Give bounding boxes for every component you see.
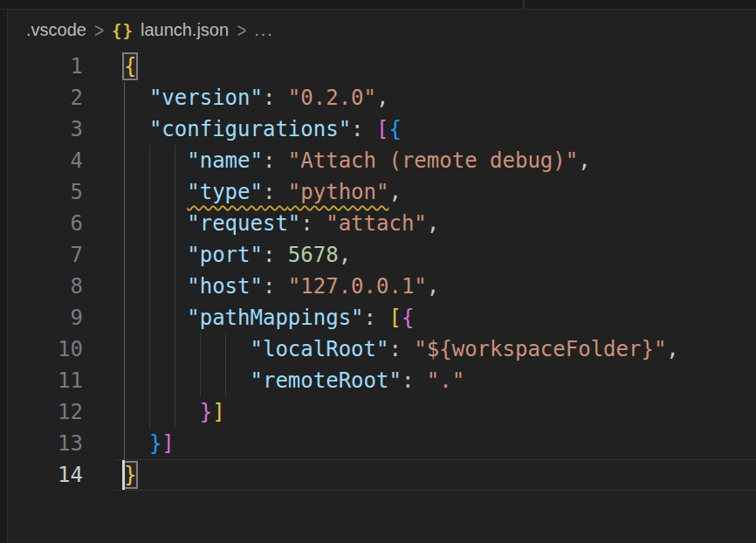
line-number[interactable]: 9 — [8, 302, 83, 333]
code-token: "." — [427, 368, 464, 393]
code-token: , — [578, 148, 590, 173]
code-token: , — [376, 86, 388, 110]
code-token: : — [263, 148, 288, 173]
code-token: , — [666, 337, 678, 361]
code-token: "name" — [187, 148, 263, 173]
code-text: "name": "Attach (remote debug)", — [83, 145, 591, 176]
code-text: "pathMappings": [{ — [83, 302, 414, 333]
code-token: : — [402, 368, 427, 393]
code-line-6[interactable]: 6 "request": "attach", — [8, 208, 756, 239]
breadcrumb-item-vscode[interactable]: .vscode — [26, 20, 86, 40]
code-token: ] — [212, 400, 224, 424]
code-line-11[interactable]: 11 "remoteRoot": "." — [8, 365, 756, 396]
code-token: , — [339, 243, 351, 267]
tab-divider — [523, 0, 525, 9]
code-line-8[interactable]: 8 "host": "127.0.0.1", — [8, 271, 756, 302]
code-text: }] — [83, 396, 225, 428]
code-text: "host": "127.0.0.1", — [83, 271, 439, 302]
bracket-match: } — [124, 463, 136, 487]
line-number[interactable]: 1 — [8, 51, 83, 82]
code-token: "${workspaceFolder}" — [414, 337, 666, 361]
breadcrumb-item-[interactable]: ... — [254, 20, 274, 40]
code-token: "Attach (remote debug)" — [288, 148, 578, 173]
code-token: "request" — [187, 211, 300, 236]
chevron-right-icon: > — [237, 18, 246, 43]
code-line-3[interactable]: 3 "configurations": [{ — [8, 113, 756, 145]
line-number[interactable]: 8 — [8, 271, 83, 302]
code-token: : — [263, 180, 288, 204]
code-text: }] — [83, 428, 175, 459]
code-line-5[interactable]: 5 "type": "python", — [8, 176, 756, 208]
code-token: : — [351, 117, 376, 141]
line-number[interactable]: 3 — [8, 113, 83, 145]
code-line-13[interactable]: 13 }] — [8, 428, 756, 459]
breadcrumb-label: launch.json — [141, 20, 229, 40]
line-number[interactable]: 14 — [8, 459, 83, 491]
code-line-4[interactable]: 4 "name": "Attach (remote debug)", — [8, 145, 756, 176]
breadcrumb-label: ... — [254, 20, 274, 40]
code-line-14[interactable]: 14} — [8, 459, 756, 491]
code-token: : — [263, 243, 288, 267]
code-token: : — [263, 274, 288, 299]
warning-squiggle: "type": "python" — [187, 180, 388, 204]
panel-edge — [0, 0, 8, 543]
code-line-12[interactable]: 12 }] — [8, 396, 756, 428]
chevron-right-icon: > — [94, 18, 104, 43]
code-line-2[interactable]: 2 "version": "0.2.0", — [8, 82, 756, 113]
code-text: "localRoot": "${workspaceFolder}", — [83, 333, 679, 365]
code-token: "version" — [149, 86, 263, 110]
line-number[interactable]: 4 — [8, 145, 83, 176]
code-text: "request": "attach", — [83, 208, 439, 239]
code-token: { — [388, 117, 401, 141]
code-token: : — [263, 86, 288, 110]
code-text: { — [83, 51, 136, 82]
code-token: "127.0.0.1" — [288, 274, 427, 299]
breadcrumb-label: .vscode — [26, 20, 86, 40]
line-number[interactable]: 6 — [8, 208, 83, 239]
code-token: "type" — [187, 180, 263, 204]
code-line-10[interactable]: 10 "localRoot": "${workspaceFolder}", — [8, 333, 756, 365]
code-token: "configurations" — [149, 117, 351, 141]
code-text: "version": "0.2.0", — [83, 82, 388, 113]
json-braces-icon: {} — [112, 21, 134, 40]
code-token: , — [427, 274, 439, 299]
line-number[interactable]: 13 — [8, 428, 83, 459]
code-text: } — [83, 459, 136, 491]
tab-bar-edge — [0, 0, 756, 10]
code-token: , — [388, 180, 401, 204]
code-token: "attach" — [326, 211, 427, 236]
bracket-match: { — [124, 54, 136, 79]
code-text: "port": 5678, — [83, 239, 351, 271]
line-number[interactable]: 11 — [8, 365, 83, 396]
breadcrumb: .vscode>{}launch.json>... — [8, 10, 756, 51]
line-number[interactable]: 5 — [8, 176, 83, 208]
code-token: 5678 — [288, 243, 339, 267]
code-token: : — [300, 211, 326, 236]
code-token: } — [149, 431, 162, 456]
line-number[interactable]: 2 — [8, 82, 83, 113]
line-number[interactable]: 7 — [8, 239, 83, 271]
breadcrumb-item-launchjson[interactable]: {}launch.json — [112, 20, 229, 40]
code-token: [ — [388, 306, 401, 330]
code-token: , — [427, 211, 439, 236]
code-token: } — [200, 400, 212, 424]
code-token: "localRoot" — [251, 337, 389, 361]
line-number[interactable]: 10 — [8, 333, 83, 365]
code-token: "0.2.0" — [288, 86, 376, 110]
line-number[interactable]: 12 — [8, 396, 83, 428]
code-token: ] — [162, 431, 174, 456]
code-line-9[interactable]: 9 "pathMappings": [{ — [8, 302, 756, 333]
code-token: : — [388, 337, 414, 361]
code-text: "configurations": [{ — [83, 113, 402, 145]
code-line-1[interactable]: 1{ — [8, 51, 756, 82]
code-text: "remoteRoot": "." — [83, 365, 464, 396]
code-token: "host" — [187, 274, 263, 299]
code-token: { — [402, 306, 414, 330]
code-token: : — [364, 306, 389, 330]
code-lines: 1{2 "version": "0.2.0",3 "configurations… — [0, 51, 756, 491]
code-token: "remoteRoot" — [251, 368, 402, 393]
code-text: "type": "python", — [83, 176, 402, 208]
editor[interactable]: 1{2 "version": "0.2.0",3 "configurations… — [0, 0, 756, 543]
code-line-7[interactable]: 7 "port": 5678, — [8, 239, 756, 271]
code-token: "port" — [187, 243, 263, 267]
